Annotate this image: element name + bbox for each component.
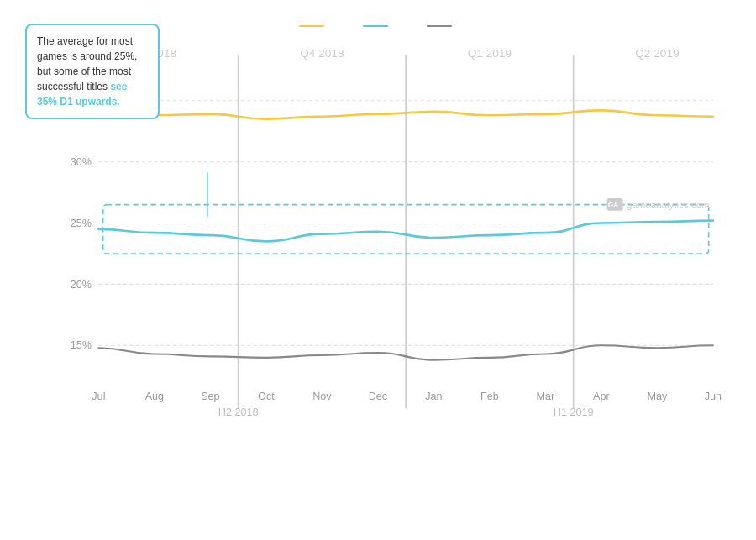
svg-text:30%: 30% bbox=[71, 156, 92, 168]
svg-text:Aug: Aug bbox=[145, 391, 164, 402]
svg-text:Jan: Jan bbox=[425, 391, 442, 402]
svg-text:Q2 2019: Q2 2019 bbox=[635, 47, 679, 60]
svg-text:Jun: Jun bbox=[705, 391, 722, 402]
svg-text:Jul: Jul bbox=[92, 391, 105, 402]
svg-text:Q4 2018: Q4 2018 bbox=[300, 47, 344, 60]
svg-text:15%: 15% bbox=[71, 339, 92, 351]
svg-text:25%: 25% bbox=[71, 218, 92, 229]
legend-top25 bbox=[299, 25, 329, 27]
chart-container: 35%30%25%20%15%Q3 2018Q4 2018Q1 2019Q2 2… bbox=[0, 0, 756, 540]
svg-text:Nov: Nov bbox=[312, 391, 332, 402]
svg-text:Feb: Feb bbox=[480, 391, 499, 402]
svg-text:May: May bbox=[648, 391, 669, 402]
tooltip-box: The average for most games is around 25%… bbox=[25, 24, 160, 119]
svg-text:Sep: Sep bbox=[201, 391, 219, 402]
legend-bottom25 bbox=[427, 25, 457, 27]
svg-text:Dec: Dec bbox=[369, 391, 387, 402]
svg-text:H1 2019: H1 2019 bbox=[554, 406, 594, 418]
legend-line-top25 bbox=[299, 25, 324, 27]
svg-text:gameanalytics.com: gameanalytics.com bbox=[627, 200, 710, 210]
main-chart: 35%30%25%20%15%Q3 2018Q4 2018Q1 2019Q2 2… bbox=[59, 34, 731, 395]
legend-line-median bbox=[363, 25, 388, 27]
svg-text:Mar: Mar bbox=[537, 391, 555, 402]
svg-text:Apr: Apr bbox=[593, 391, 610, 402]
svg-text:H2 2018: H2 2018 bbox=[218, 406, 259, 418]
legend-line-bottom25 bbox=[427, 25, 452, 27]
svg-text:Oct: Oct bbox=[258, 391, 275, 402]
legend-median bbox=[363, 25, 393, 27]
svg-text:Q1 2019: Q1 2019 bbox=[468, 47, 512, 60]
svg-text:GA: GA bbox=[608, 201, 619, 209]
svg-text:20%: 20% bbox=[71, 279, 92, 291]
